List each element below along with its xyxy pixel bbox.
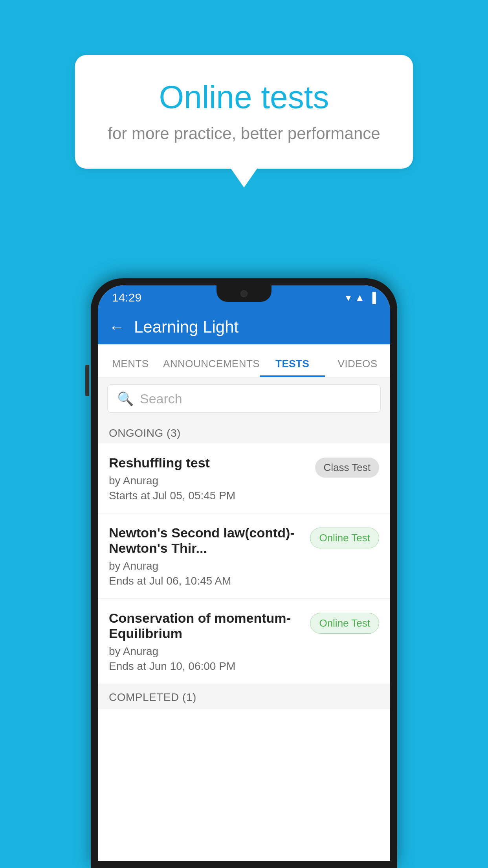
tabs-bar: MENTS ANNOUNCEMENTS TESTS VIDEOS — [98, 344, 390, 377]
test-time: Starts at Jul 05, 05:45 PM — [109, 489, 307, 502]
phone-screen: 14:29 ▾ ▲ ▐ ← Learning Light MENTS ANNOU… — [98, 285, 390, 861]
test-author: by Anurag — [109, 474, 307, 487]
battery-icon: ▐ — [369, 292, 376, 304]
status-time: 14:29 — [112, 291, 141, 304]
bubble-subtitle: for more practice, better performance — [103, 124, 385, 143]
bubble-title: Online tests — [103, 79, 385, 116]
phone-mockup: 14:29 ▾ ▲ ▐ ← Learning Light MENTS ANNOU… — [91, 278, 397, 868]
app-header: ← Learning Light — [98, 310, 390, 344]
test-item[interactable]: Conservation of momentum-Equilibrium by … — [98, 599, 390, 684]
camera — [240, 290, 248, 297]
test-info: Newton's Second law(contd)-Newton's Thir… — [109, 525, 310, 587]
bubble-card: Online tests for more practice, better p… — [75, 55, 413, 169]
test-badge: Online Test — [310, 613, 379, 634]
wifi-icon: ▾ — [346, 292, 351, 304]
test-badge: Online Test — [310, 528, 379, 548]
completed-header: COMPLETED (1) — [98, 684, 390, 709]
status-icons: ▾ ▲ ▐ — [346, 292, 376, 304]
test-info: Reshuffling test by Anurag Starts at Jul… — [109, 455, 315, 502]
test-author: by Anurag — [109, 645, 302, 658]
tab-tests[interactable]: TESTS — [260, 358, 325, 377]
phone-outer: 14:29 ▾ ▲ ▐ ← Learning Light MENTS ANNOU… — [91, 278, 397, 868]
search-container: 🔍 Search — [98, 377, 390, 420]
search-icon: 🔍 — [117, 391, 134, 406]
tab-ments[interactable]: MENTS — [98, 358, 163, 377]
test-info: Conservation of momentum-Equilibrium by … — [109, 611, 310, 673]
ongoing-header: ONGOING (3) — [98, 420, 390, 443]
signal-icon: ▲ — [355, 292, 365, 304]
phone-notch — [216, 285, 272, 302]
search-bar[interactable]: 🔍 Search — [107, 384, 381, 413]
test-name: Conservation of momentum-Equilibrium — [109, 611, 302, 641]
tab-announcements[interactable]: ANNOUNCEMENTS — [163, 358, 260, 377]
test-list: Reshuffling test by Anurag Starts at Jul… — [98, 443, 390, 684]
tab-videos[interactable]: VIDEOS — [325, 358, 390, 377]
test-time: Ends at Jun 10, 06:00 PM — [109, 660, 302, 673]
test-item[interactable]: Reshuffling test by Anurag Starts at Jul… — [98, 443, 390, 513]
test-name: Newton's Second law(contd)-Newton's Thir… — [109, 525, 302, 556]
test-badge: Class Test — [315, 458, 379, 478]
test-author: by Anurag — [109, 560, 302, 572]
search-placeholder: Search — [140, 391, 182, 406]
test-name: Reshuffling test — [109, 455, 307, 471]
test-time: Ends at Jul 06, 10:45 AM — [109, 575, 302, 587]
back-button[interactable]: ← — [109, 318, 125, 336]
app-title: Learning Light — [134, 318, 238, 337]
test-item[interactable]: Newton's Second law(contd)-Newton's Thir… — [98, 513, 390, 599]
promo-bubble: Online tests for more practice, better p… — [75, 55, 413, 169]
